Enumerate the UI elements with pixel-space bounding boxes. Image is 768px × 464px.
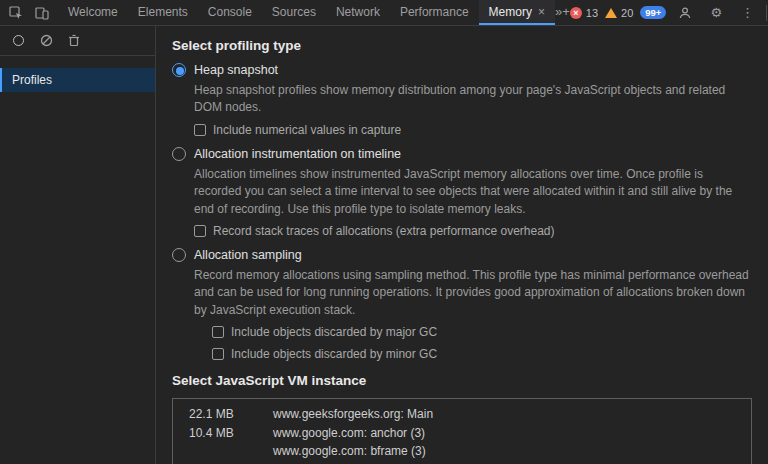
clear-profiles-icon[interactable] <box>34 30 58 52</box>
device-toolbar-icon[interactable] <box>30 2 54 24</box>
sidebar-item-profiles[interactable]: Profiles <box>0 68 155 92</box>
more-tabs-icon[interactable]: » <box>555 0 562 22</box>
radio-allocation-timeline[interactable] <box>172 147 186 161</box>
close-tab-icon[interactable]: × <box>538 6 545 18</box>
vm-name: www.google.com: anchor (3) <box>273 426 426 440</box>
warning-icon <box>605 8 617 18</box>
divider <box>766 5 767 21</box>
memory-panel-content: Select profiling type Heap snapshot Heap… <box>156 26 768 464</box>
checkbox-include-numerical-values[interactable]: Include numerical values in capture <box>194 123 752 137</box>
profiles-toolbar <box>0 26 155 56</box>
tab-sources[interactable]: Sources <box>262 0 326 25</box>
option-description: Heap snapshot profiles show memory distr… <box>194 82 752 117</box>
checkbox-label: Record stack traces of allocations (extr… <box>213 224 555 238</box>
settings-gear-icon[interactable]: ⚙ <box>704 2 728 24</box>
checkbox-discard-minor-gc[interactable]: Include objects discarded by minor GC <box>212 347 752 361</box>
record-profile-icon[interactable] <box>6 30 30 52</box>
tab-performance[interactable]: Performance <box>390 0 479 25</box>
vm-name: www.geeksforgeeks.org: Main <box>273 407 433 421</box>
issues-count-badge[interactable]: 99+ <box>640 6 666 19</box>
memory-sidebar: Profiles <box>0 26 156 464</box>
profiling-type-heading: Select profiling type <box>172 38 752 53</box>
vm-row-google[interactable]: 10.4 MB www.google.com: anchor (3) www.g… <box>173 423 751 460</box>
delete-profile-icon[interactable] <box>62 30 86 52</box>
option-description: Allocation timelines show instrumented J… <box>194 166 752 218</box>
vm-instance-list: 22.1 MB www.geeksforgeeks.org: Main 10.4… <box>172 398 752 464</box>
devtools-window: Welcome Elements Console Sources Network… <box>0 0 768 464</box>
profiling-option-heap-snapshot: Heap snapshot Heap snapshot profiles sho… <box>172 63 752 137</box>
tabbar-tool-icons <box>0 0 58 25</box>
radio-heap-snapshot[interactable] <box>172 63 186 77</box>
checkbox-icon[interactable] <box>194 225 206 237</box>
error-icon: × <box>570 7 582 19</box>
checkbox-label: Include numerical values in capture <box>213 123 401 137</box>
more-options-icon[interactable]: ⋮ <box>735 2 759 24</box>
error-count-badge[interactable]: × 13 <box>570 7 598 19</box>
panel-tabs: Welcome Elements Console Sources Network… <box>58 0 555 25</box>
checkbox-icon[interactable] <box>194 124 206 136</box>
tab-network[interactable]: Network <box>326 0 390 25</box>
tab-welcome[interactable]: Welcome <box>58 0 128 25</box>
checkbox-label: Include objects discarded by major GC <box>231 325 437 339</box>
option-description: Record memory allocations using sampling… <box>194 267 752 319</box>
tabbar-right-controls: × 13 20 99+ ⚙ ⋮ × <box>570 0 768 25</box>
checkbox-icon[interactable] <box>212 326 224 338</box>
vm-size: 10.4 MB <box>173 426 273 458</box>
profiling-option-allocation-timeline: Allocation instrumentation on timeline A… <box>172 147 752 238</box>
warning-count-badge[interactable]: 20 <box>605 7 633 19</box>
checkbox-label: Include objects discarded by minor GC <box>231 347 437 361</box>
vm-size: 22.1 MB <box>173 407 273 421</box>
devtools-body: Profiles Select profiling type Heap snap… <box>0 26 768 464</box>
vm-name: www.google.com: bframe (3) <box>273 444 426 458</box>
tab-memory[interactable]: Memory × <box>479 0 555 25</box>
profiles-list: Profiles <box>0 56 155 92</box>
tab-elements[interactable]: Elements <box>128 0 198 25</box>
checkbox-record-stack-traces[interactable]: Record stack traces of allocations (extr… <box>194 224 752 238</box>
option-label: Heap snapshot <box>194 63 278 77</box>
option-label: Allocation sampling <box>194 248 302 262</box>
checkbox-discard-major-gc[interactable]: Include objects discarded by major GC <box>212 325 752 339</box>
inspect-element-icon[interactable] <box>4 2 28 24</box>
radio-allocation-sampling[interactable] <box>172 248 186 262</box>
account-icon[interactable] <box>673 2 697 24</box>
devtools-tabbar: Welcome Elements Console Sources Network… <box>0 0 768 26</box>
tab-console[interactable]: Console <box>198 0 262 25</box>
checkbox-icon[interactable] <box>212 348 224 360</box>
profiling-option-allocation-sampling: Allocation sampling Record memory alloca… <box>172 248 752 361</box>
vm-instance-heading: Select JavaScript VM instance <box>172 373 752 388</box>
vm-row-webworker-1[interactable]: 1.8 MB ⚙ webworker.js <box>173 460 751 464</box>
more-tools-icon[interactable]: + <box>562 0 570 22</box>
option-label: Allocation instrumentation on timeline <box>194 147 401 161</box>
vm-row-main[interactable]: 22.1 MB www.geeksforgeeks.org: Main <box>173 404 751 423</box>
